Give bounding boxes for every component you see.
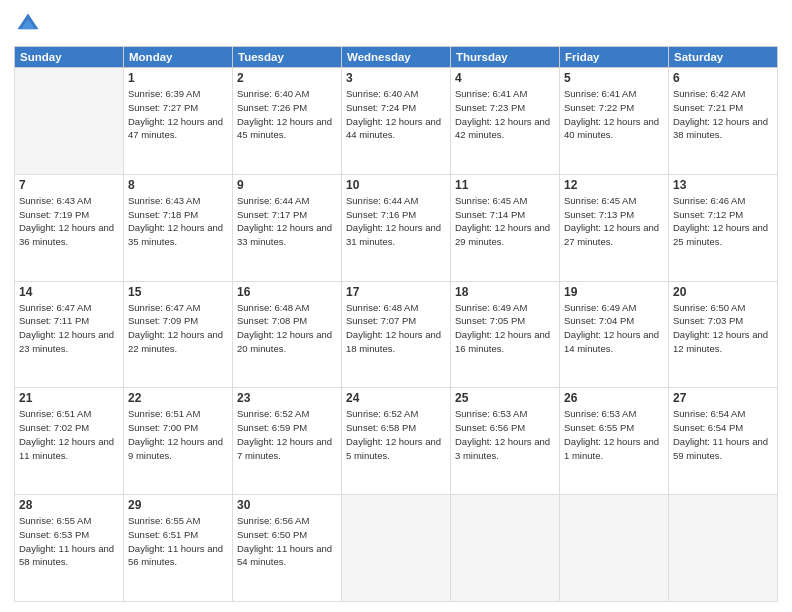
calendar-cell: 12Sunrise: 6:45 AMSunset: 7:13 PMDayligh…: [560, 174, 669, 281]
calendar-cell: 20Sunrise: 6:50 AMSunset: 7:03 PMDayligh…: [669, 281, 778, 388]
day-number: 15: [128, 285, 228, 299]
page: SundayMondayTuesdayWednesdayThursdayFrid…: [0, 0, 792, 612]
day-number: 21: [19, 391, 119, 405]
day-detail: Sunrise: 6:48 AMSunset: 7:08 PMDaylight:…: [237, 301, 337, 356]
day-detail: Sunrise: 6:41 AMSunset: 7:22 PMDaylight:…: [564, 87, 664, 142]
calendar-cell: 19Sunrise: 6:49 AMSunset: 7:04 PMDayligh…: [560, 281, 669, 388]
calendar-header-thursday: Thursday: [451, 47, 560, 68]
calendar-cell: 18Sunrise: 6:49 AMSunset: 7:05 PMDayligh…: [451, 281, 560, 388]
calendar-cell: 15Sunrise: 6:47 AMSunset: 7:09 PMDayligh…: [124, 281, 233, 388]
day-number: 3: [346, 71, 446, 85]
calendar-cell: 23Sunrise: 6:52 AMSunset: 6:59 PMDayligh…: [233, 388, 342, 495]
calendar-cell: 14Sunrise: 6:47 AMSunset: 7:11 PMDayligh…: [15, 281, 124, 388]
calendar-cell: 17Sunrise: 6:48 AMSunset: 7:07 PMDayligh…: [342, 281, 451, 388]
day-detail: Sunrise: 6:47 AMSunset: 7:11 PMDaylight:…: [19, 301, 119, 356]
day-number: 5: [564, 71, 664, 85]
calendar-cell: [669, 495, 778, 602]
calendar-week-row: 7Sunrise: 6:43 AMSunset: 7:19 PMDaylight…: [15, 174, 778, 281]
day-detail: Sunrise: 6:49 AMSunset: 7:05 PMDaylight:…: [455, 301, 555, 356]
day-number: 26: [564, 391, 664, 405]
day-number: 18: [455, 285, 555, 299]
day-number: 4: [455, 71, 555, 85]
calendar-cell: 1Sunrise: 6:39 AMSunset: 7:27 PMDaylight…: [124, 68, 233, 175]
logo: [14, 10, 46, 38]
day-number: 22: [128, 391, 228, 405]
calendar-cell: 10Sunrise: 6:44 AMSunset: 7:16 PMDayligh…: [342, 174, 451, 281]
day-detail: Sunrise: 6:43 AMSunset: 7:18 PMDaylight:…: [128, 194, 228, 249]
calendar-cell: 27Sunrise: 6:54 AMSunset: 6:54 PMDayligh…: [669, 388, 778, 495]
day-detail: Sunrise: 6:49 AMSunset: 7:04 PMDaylight:…: [564, 301, 664, 356]
day-number: 13: [673, 178, 773, 192]
calendar-week-row: 14Sunrise: 6:47 AMSunset: 7:11 PMDayligh…: [15, 281, 778, 388]
calendar-cell: [560, 495, 669, 602]
day-number: 19: [564, 285, 664, 299]
day-detail: Sunrise: 6:43 AMSunset: 7:19 PMDaylight:…: [19, 194, 119, 249]
calendar-header-friday: Friday: [560, 47, 669, 68]
calendar-header-tuesday: Tuesday: [233, 47, 342, 68]
day-number: 17: [346, 285, 446, 299]
day-number: 30: [237, 498, 337, 512]
calendar-week-row: 21Sunrise: 6:51 AMSunset: 7:02 PMDayligh…: [15, 388, 778, 495]
calendar-cell: 29Sunrise: 6:55 AMSunset: 6:51 PMDayligh…: [124, 495, 233, 602]
calendar-cell: 11Sunrise: 6:45 AMSunset: 7:14 PMDayligh…: [451, 174, 560, 281]
calendar-header-saturday: Saturday: [669, 47, 778, 68]
day-detail: Sunrise: 6:39 AMSunset: 7:27 PMDaylight:…: [128, 87, 228, 142]
day-number: 24: [346, 391, 446, 405]
calendar-header-sunday: Sunday: [15, 47, 124, 68]
day-detail: Sunrise: 6:55 AMSunset: 6:51 PMDaylight:…: [128, 514, 228, 569]
day-detail: Sunrise: 6:41 AMSunset: 7:23 PMDaylight:…: [455, 87, 555, 142]
day-detail: Sunrise: 6:47 AMSunset: 7:09 PMDaylight:…: [128, 301, 228, 356]
day-detail: Sunrise: 6:53 AMSunset: 6:56 PMDaylight:…: [455, 407, 555, 462]
calendar-cell: 8Sunrise: 6:43 AMSunset: 7:18 PMDaylight…: [124, 174, 233, 281]
day-detail: Sunrise: 6:44 AMSunset: 7:17 PMDaylight:…: [237, 194, 337, 249]
day-number: 7: [19, 178, 119, 192]
day-detail: Sunrise: 6:45 AMSunset: 7:13 PMDaylight:…: [564, 194, 664, 249]
day-number: 23: [237, 391, 337, 405]
day-number: 9: [237, 178, 337, 192]
calendar-cell: 6Sunrise: 6:42 AMSunset: 7:21 PMDaylight…: [669, 68, 778, 175]
calendar-cell: 4Sunrise: 6:41 AMSunset: 7:23 PMDaylight…: [451, 68, 560, 175]
day-detail: Sunrise: 6:44 AMSunset: 7:16 PMDaylight:…: [346, 194, 446, 249]
day-detail: Sunrise: 6:51 AMSunset: 7:00 PMDaylight:…: [128, 407, 228, 462]
calendar-header-wednesday: Wednesday: [342, 47, 451, 68]
calendar-cell: 21Sunrise: 6:51 AMSunset: 7:02 PMDayligh…: [15, 388, 124, 495]
day-number: 10: [346, 178, 446, 192]
day-detail: Sunrise: 6:40 AMSunset: 7:26 PMDaylight:…: [237, 87, 337, 142]
calendar-cell: 3Sunrise: 6:40 AMSunset: 7:24 PMDaylight…: [342, 68, 451, 175]
calendar-week-row: 28Sunrise: 6:55 AMSunset: 6:53 PMDayligh…: [15, 495, 778, 602]
day-number: 29: [128, 498, 228, 512]
calendar-cell: 13Sunrise: 6:46 AMSunset: 7:12 PMDayligh…: [669, 174, 778, 281]
calendar-cell: 5Sunrise: 6:41 AMSunset: 7:22 PMDaylight…: [560, 68, 669, 175]
calendar-cell: 9Sunrise: 6:44 AMSunset: 7:17 PMDaylight…: [233, 174, 342, 281]
day-detail: Sunrise: 6:53 AMSunset: 6:55 PMDaylight:…: [564, 407, 664, 462]
calendar-cell: 2Sunrise: 6:40 AMSunset: 7:26 PMDaylight…: [233, 68, 342, 175]
calendar-cell: 16Sunrise: 6:48 AMSunset: 7:08 PMDayligh…: [233, 281, 342, 388]
day-detail: Sunrise: 6:54 AMSunset: 6:54 PMDaylight:…: [673, 407, 773, 462]
day-number: 11: [455, 178, 555, 192]
calendar-week-row: 1Sunrise: 6:39 AMSunset: 7:27 PMDaylight…: [15, 68, 778, 175]
calendar-header-monday: Monday: [124, 47, 233, 68]
day-detail: Sunrise: 6:42 AMSunset: 7:21 PMDaylight:…: [673, 87, 773, 142]
calendar-cell: 7Sunrise: 6:43 AMSunset: 7:19 PMDaylight…: [15, 174, 124, 281]
day-number: 14: [19, 285, 119, 299]
day-number: 12: [564, 178, 664, 192]
day-detail: Sunrise: 6:51 AMSunset: 7:02 PMDaylight:…: [19, 407, 119, 462]
calendar-cell: [342, 495, 451, 602]
calendar-cell: [15, 68, 124, 175]
calendar-cell: 22Sunrise: 6:51 AMSunset: 7:00 PMDayligh…: [124, 388, 233, 495]
day-detail: Sunrise: 6:46 AMSunset: 7:12 PMDaylight:…: [673, 194, 773, 249]
day-number: 6: [673, 71, 773, 85]
day-detail: Sunrise: 6:52 AMSunset: 6:58 PMDaylight:…: [346, 407, 446, 462]
calendar-cell: [451, 495, 560, 602]
day-detail: Sunrise: 6:50 AMSunset: 7:03 PMDaylight:…: [673, 301, 773, 356]
calendar-cell: 28Sunrise: 6:55 AMSunset: 6:53 PMDayligh…: [15, 495, 124, 602]
day-number: 25: [455, 391, 555, 405]
day-detail: Sunrise: 6:52 AMSunset: 6:59 PMDaylight:…: [237, 407, 337, 462]
day-detail: Sunrise: 6:48 AMSunset: 7:07 PMDaylight:…: [346, 301, 446, 356]
day-number: 20: [673, 285, 773, 299]
calendar-header-row: SundayMondayTuesdayWednesdayThursdayFrid…: [15, 47, 778, 68]
day-number: 1: [128, 71, 228, 85]
calendar-table: SundayMondayTuesdayWednesdayThursdayFrid…: [14, 46, 778, 602]
day-number: 28: [19, 498, 119, 512]
day-number: 27: [673, 391, 773, 405]
